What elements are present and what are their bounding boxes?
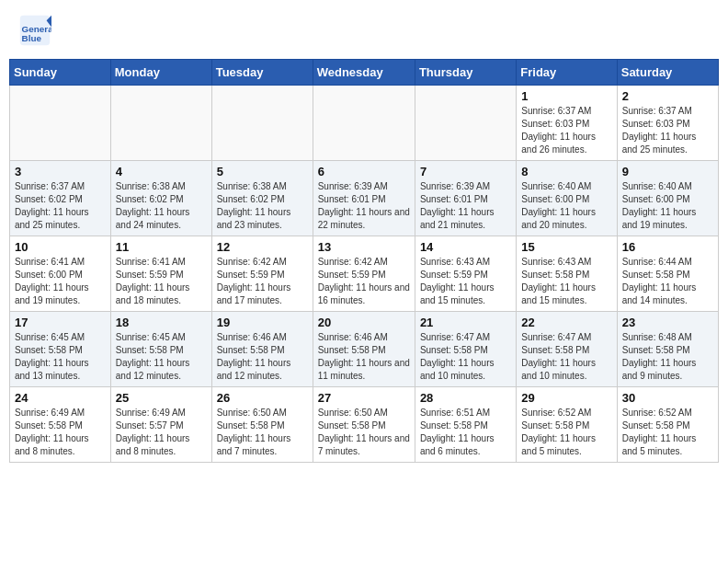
day-number: 18 [116,316,207,329]
calendar-cell: 14Sunrise: 6:43 AM Sunset: 5:59 PM Dayli… [415,236,516,312]
day-number: 23 [622,316,713,329]
day-number: 22 [521,316,611,329]
day-number: 1 [521,89,611,103]
calendar-cell: 16Sunrise: 6:44 AM Sunset: 5:58 PM Dayli… [617,236,718,312]
calendar-week-row: 1Sunrise: 6:37 AM Sunset: 6:03 PM Daylig… [10,86,719,161]
day-info: Sunrise: 6:52 AM Sunset: 5:58 PM Dayligh… [622,407,713,458]
day-info: Sunrise: 6:49 AM Sunset: 5:58 PM Dayligh… [15,407,106,458]
calendar-cell [110,86,211,161]
day-info: Sunrise: 6:38 AM Sunset: 6:02 PM Dayligh… [217,180,308,232]
day-info: Sunrise: 6:43 AM Sunset: 5:58 PM Dayligh… [521,256,611,307]
day-number: 30 [622,391,713,405]
day-info: Sunrise: 6:43 AM Sunset: 5:59 PM Dayligh… [420,256,511,307]
day-number: 8 [521,165,611,178]
day-number: 27 [318,391,410,405]
calendar-cell: 1Sunrise: 6:37 AM Sunset: 6:03 PM Daylig… [517,86,617,161]
calendar-cell: 4Sunrise: 6:38 AM Sunset: 6:02 PM Daylig… [110,161,211,236]
calendar-week-row: 17Sunrise: 6:45 AM Sunset: 5:58 PM Dayli… [10,312,719,387]
day-info: Sunrise: 6:49 AM Sunset: 5:57 PM Dayligh… [116,407,207,458]
day-info: Sunrise: 6:50 AM Sunset: 5:58 PM Dayligh… [318,407,410,458]
weekday-header: Tuesday [211,60,313,86]
logo-icon: General Blue [18,14,51,47]
day-info: Sunrise: 6:41 AM Sunset: 5:59 PM Dayligh… [116,256,207,307]
calendar-cell [211,86,313,161]
day-info: Sunrise: 6:48 AM Sunset: 5:58 PM Dayligh… [622,331,713,383]
day-info: Sunrise: 6:42 AM Sunset: 5:59 PM Dayligh… [217,256,308,307]
calendar-cell: 30Sunrise: 6:52 AM Sunset: 5:58 PM Dayli… [617,387,718,463]
day-info: Sunrise: 6:47 AM Sunset: 5:58 PM Dayligh… [521,331,611,383]
calendar-cell: 29Sunrise: 6:52 AM Sunset: 5:58 PM Dayli… [517,387,617,463]
day-number: 28 [420,391,511,405]
page-header: General Blue [9,9,719,52]
day-number: 10 [15,240,106,254]
day-number: 15 [521,240,611,254]
day-info: Sunrise: 6:37 AM Sunset: 6:03 PM Dayligh… [622,105,713,156]
day-number: 21 [420,316,511,329]
calendar-cell: 28Sunrise: 6:51 AM Sunset: 5:58 PM Dayli… [415,387,516,463]
calendar-cell: 23Sunrise: 6:48 AM Sunset: 5:58 PM Dayli… [617,312,718,387]
calendar-cell: 17Sunrise: 6:45 AM Sunset: 5:58 PM Dayli… [10,312,111,387]
day-number: 13 [318,240,410,254]
day-info: Sunrise: 6:50 AM Sunset: 5:58 PM Dayligh… [217,407,308,458]
day-number: 17 [15,316,106,329]
calendar-cell: 3Sunrise: 6:37 AM Sunset: 6:02 PM Daylig… [10,161,111,236]
calendar-cell: 21Sunrise: 6:47 AM Sunset: 5:58 PM Dayli… [415,312,516,387]
calendar-table: SundayMondayTuesdayWednesdayThursdayFrid… [9,59,719,463]
calendar-cell: 12Sunrise: 6:42 AM Sunset: 5:59 PM Dayli… [211,236,313,312]
calendar-cell: 6Sunrise: 6:39 AM Sunset: 6:01 PM Daylig… [313,161,415,236]
calendar-cell: 9Sunrise: 6:40 AM Sunset: 6:00 PM Daylig… [617,161,718,236]
day-number: 9 [622,165,713,178]
day-number: 16 [622,240,713,254]
day-number: 20 [318,316,410,329]
calendar-cell: 13Sunrise: 6:42 AM Sunset: 5:59 PM Dayli… [313,236,415,312]
logo: General Blue [18,14,55,47]
day-info: Sunrise: 6:45 AM Sunset: 5:58 PM Dayligh… [15,331,106,383]
calendar-cell: 24Sunrise: 6:49 AM Sunset: 5:58 PM Dayli… [10,387,111,463]
weekday-header: Saturday [617,60,718,86]
day-number: 29 [521,391,611,405]
weekday-header: Sunday [10,60,111,86]
day-info: Sunrise: 6:47 AM Sunset: 5:58 PM Dayligh… [420,331,511,383]
calendar-cell [313,86,415,161]
calendar-cell: 5Sunrise: 6:38 AM Sunset: 6:02 PM Daylig… [211,161,313,236]
day-info: Sunrise: 6:38 AM Sunset: 6:02 PM Dayligh… [116,180,207,232]
calendar-cell: 20Sunrise: 6:46 AM Sunset: 5:58 PM Dayli… [313,312,415,387]
calendar-week-row: 3Sunrise: 6:37 AM Sunset: 6:02 PM Daylig… [10,161,719,236]
calendar-week-row: 10Sunrise: 6:41 AM Sunset: 6:00 PM Dayli… [10,236,719,312]
day-number: 24 [15,391,106,405]
calendar-week-row: 24Sunrise: 6:49 AM Sunset: 5:58 PM Dayli… [10,387,719,463]
day-number: 6 [318,165,410,178]
calendar-cell: 22Sunrise: 6:47 AM Sunset: 5:58 PM Dayli… [517,312,617,387]
calendar-cell: 19Sunrise: 6:46 AM Sunset: 5:58 PM Dayli… [211,312,313,387]
day-number: 7 [420,165,511,178]
calendar-cell: 8Sunrise: 6:40 AM Sunset: 6:00 PM Daylig… [517,161,617,236]
day-number: 19 [217,316,308,329]
weekday-header: Friday [517,60,617,86]
day-info: Sunrise: 6:42 AM Sunset: 5:59 PM Dayligh… [318,256,410,307]
day-info: Sunrise: 6:37 AM Sunset: 6:02 PM Dayligh… [15,180,106,232]
calendar-header-row: SundayMondayTuesdayWednesdayThursdayFrid… [10,60,719,86]
calendar-cell: 15Sunrise: 6:43 AM Sunset: 5:58 PM Dayli… [517,236,617,312]
calendar-cell [415,86,516,161]
day-info: Sunrise: 6:45 AM Sunset: 5:58 PM Dayligh… [116,331,207,383]
calendar-cell: 11Sunrise: 6:41 AM Sunset: 5:59 PM Dayli… [110,236,211,312]
day-info: Sunrise: 6:40 AM Sunset: 6:00 PM Dayligh… [622,180,713,232]
day-number: 25 [116,391,207,405]
day-number: 2 [622,89,713,103]
calendar-cell: 2Sunrise: 6:37 AM Sunset: 6:03 PM Daylig… [617,86,718,161]
weekday-header: Wednesday [313,60,415,86]
svg-text:Blue: Blue [22,33,42,43]
day-number: 12 [217,240,308,254]
day-info: Sunrise: 6:37 AM Sunset: 6:03 PM Dayligh… [521,105,611,156]
weekday-header: Monday [110,60,211,86]
calendar-cell: 25Sunrise: 6:49 AM Sunset: 5:57 PM Dayli… [110,387,211,463]
day-info: Sunrise: 6:39 AM Sunset: 6:01 PM Dayligh… [420,180,511,232]
day-info: Sunrise: 6:39 AM Sunset: 6:01 PM Dayligh… [318,180,410,232]
day-info: Sunrise: 6:51 AM Sunset: 5:58 PM Dayligh… [420,407,511,458]
day-number: 5 [217,165,308,178]
day-info: Sunrise: 6:44 AM Sunset: 5:58 PM Dayligh… [622,256,713,307]
day-info: Sunrise: 6:41 AM Sunset: 6:00 PM Dayligh… [15,256,106,307]
calendar-cell: 7Sunrise: 6:39 AM Sunset: 6:01 PM Daylig… [415,161,516,236]
calendar-cell: 18Sunrise: 6:45 AM Sunset: 5:58 PM Dayli… [110,312,211,387]
day-info: Sunrise: 6:46 AM Sunset: 5:58 PM Dayligh… [318,331,410,383]
